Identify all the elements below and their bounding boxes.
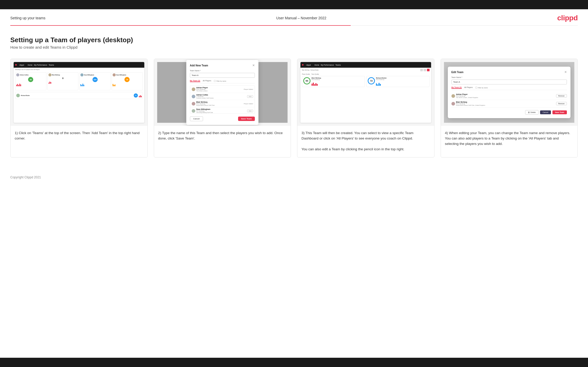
player-info-1: Adrian Player Plus HandicapThe Shire Lon… [192, 87, 208, 92]
icon-btn [424, 69, 426, 71]
mini-dash-player-2-info: Richard Butler Plus Handicap [376, 77, 387, 86]
mini-player-card-2: Blair McHarg 0 [47, 72, 79, 90]
delete-label: Delete [531, 111, 536, 113]
bar [376, 83, 377, 86]
player-add-btn-4[interactable]: Add [247, 110, 253, 112]
mini-score-circle-2: 72 [368, 77, 375, 84]
card-2-modal-backdrop: Add New Team ✕ Team Name * My Team (2) A… [157, 62, 288, 123]
card-3-text: 3) This Team will then be created. You c… [297, 126, 434, 157]
icon-btn [427, 69, 430, 71]
modal-2-tab-myteam[interactable]: My Team (2) [190, 80, 200, 82]
modal-4-team-name-label: Team Name * [451, 76, 567, 78]
player-add-btn-2[interactable]: Add [247, 95, 253, 98]
modal-2-header: Add New Team ✕ [190, 64, 255, 67]
modal-4-close-icon[interactable]: ✕ [564, 70, 567, 74]
card-3: clippd Home My Performance Teams Blair M… [297, 59, 434, 158]
modal-2-player-row-1: Adrian Player Plus HandicapThe Shire Lon… [190, 86, 255, 93]
mini-bars-5 [139, 94, 142, 97]
edit-team-modal: Edit Team ✕ Team Name * My Team (2) All … [448, 67, 570, 118]
remove-player-2-button[interactable]: Remove [556, 102, 567, 105]
mini-avatar-1 [16, 73, 19, 76]
card-4-screenshot: Edit Team ✕ Team Name * My Team (2) All … [441, 59, 578, 126]
modal-4-team-name-input[interactable] [451, 80, 567, 84]
player-status-3: Player Added [244, 103, 253, 104]
bar [114, 85, 114, 86]
remove-player-1-button[interactable]: Remove [556, 94, 567, 98]
mini-player-card-1: Adrian Collins 84 [15, 72, 46, 90]
modal-2-player-row-4: Dave Billingham 3.5 HandicapThe Ding Mal… [190, 107, 255, 114]
bar [17, 84, 18, 86]
player-details-1: Adrian Player Plus HandicapThe Shire Lon… [196, 87, 208, 92]
header: Setting up your teams User Manual – Nove… [0, 9, 588, 25]
modal-4-tab-myteam[interactable]: My Team (2) [451, 86, 462, 89]
mini-dash-player-1-info: Blair McHarg Plus Handicap [312, 77, 321, 86]
delete-button[interactable]: 🗑 Delete [525, 110, 539, 115]
bar [16, 85, 17, 86]
modal-4-player-row-1: Adrian Player Plus HandicapThe Shire Lon… [451, 92, 567, 100]
icon-btn [420, 69, 423, 71]
bar [113, 84, 113, 86]
mini-bars-2 [48, 80, 78, 84]
mini-3-icons [420, 69, 430, 71]
player-status-1: Player Added [244, 89, 253, 90]
modal-2-players-list: Adrian Player Plus HandicapThe Shire Lon… [190, 85, 255, 114]
modal-4-tab-allplayers[interactable]: All Players [464, 86, 473, 89]
filter-checkbox-4[interactable] [475, 87, 477, 89]
mini-avatar-4 [113, 73, 116, 76]
header-logo-area: clippd [557, 14, 578, 22]
modal-4-footer: 🗑 Delete Cancel Save Team [451, 110, 567, 115]
card-2: Add New Team ✕ Team Name * My Team (2) A… [154, 59, 291, 158]
modal-4-cancel-button[interactable]: Cancel [540, 110, 551, 114]
bar [377, 84, 378, 86]
top-bar [0, 0, 588, 9]
mini-score-5: 72 [134, 93, 138, 98]
player-club-3: Plus HandicapRoyal North Devon Golf Club [196, 103, 215, 106]
player-club-2: 1 HandicapCentral London Golf Centre [196, 96, 214, 99]
main-content: Setting up a Team of players (desktop) H… [0, 26, 588, 173]
modal-2-save-button[interactable]: Save Team [238, 117, 255, 121]
mini-score-circle-1: 94 [303, 77, 310, 84]
clippd-logo: clippd [557, 14, 578, 22]
mini-subtitle: Showing 5 out of 5 players from All Play… [14, 68, 144, 71]
modal-2-close-icon[interactable]: ✕ [252, 64, 255, 67]
card-4-text: 4) When editing your Team, you can chang… [441, 126, 578, 157]
edit-player-name-1: Adrian Player [456, 93, 478, 95]
modal-4-players: Adrian Player Plus HandicapThe Shire Lon… [451, 92, 567, 108]
edit-player-info-2: Blair McHarg Plus HandicapRoyal North De… [451, 101, 485, 106]
copyright-text: Copyright Clippd 2021 [10, 176, 41, 179]
mini-bars-4 [113, 83, 142, 86]
filter-checkbox[interactable] [214, 80, 216, 82]
modal-2-cancel-button[interactable]: Cancel [190, 116, 203, 121]
card-1: clippd Home My Performance Teams Showing… [10, 59, 148, 158]
bottom-bar [0, 358, 588, 367]
mini-players-grid: Adrian Collins 84 [14, 71, 144, 92]
bar [140, 95, 141, 97]
edit-player-name-2: Blair McHarg [456, 101, 485, 103]
mini-dash-bars-2 [376, 81, 387, 86]
player-avatar-4 [192, 109, 195, 113]
mini-name-5: Richard Butler [21, 95, 133, 96]
edit-avatar-2 [451, 102, 455, 106]
player-name-2: Adrian Coliba [196, 94, 214, 96]
card-1-mini-app: clippd Home My Performance Teams Showing… [14, 62, 144, 123]
bar [315, 83, 316, 86]
player-name-1: Adrian Player [196, 87, 208, 89]
card-3-text-part2: You can also edit a Team by clicking the… [301, 147, 404, 151]
modal-2-tab-allplayers[interactable]: All Players [203, 80, 211, 82]
modal-4-save-button[interactable]: Save Team [552, 110, 567, 114]
mini-score-4: 78 [124, 77, 130, 82]
edit-player-details-2: Blair McHarg Plus HandicapRoyal North De… [456, 101, 485, 106]
header-center-text: User Manual – November 2022 [276, 16, 326, 20]
player-info-2: Adrian Coliba 1 HandicapCentral London G… [192, 94, 214, 99]
bar [312, 84, 313, 86]
modal-4-header: Edit Team ✕ [451, 70, 567, 74]
card-4: Edit Team ✕ Team Name * My Team (2) All … [441, 59, 578, 158]
player-details-4: Dave Billingham 3.5 HandicapThe Ding Mal… [196, 108, 213, 113]
mini-bars-3 [80, 83, 110, 86]
card-1-text: 1) Click on 'Teams' at the top of the sc… [11, 126, 147, 157]
player-avatar-2 [192, 95, 195, 98]
mini-nav-1: clippd Home My Performance Teams [14, 62, 144, 68]
modal-2-team-name-input[interactable] [190, 73, 255, 78]
mini-dash-bars-1 [312, 81, 321, 86]
player-name-4: Dave Billingham [196, 108, 213, 110]
